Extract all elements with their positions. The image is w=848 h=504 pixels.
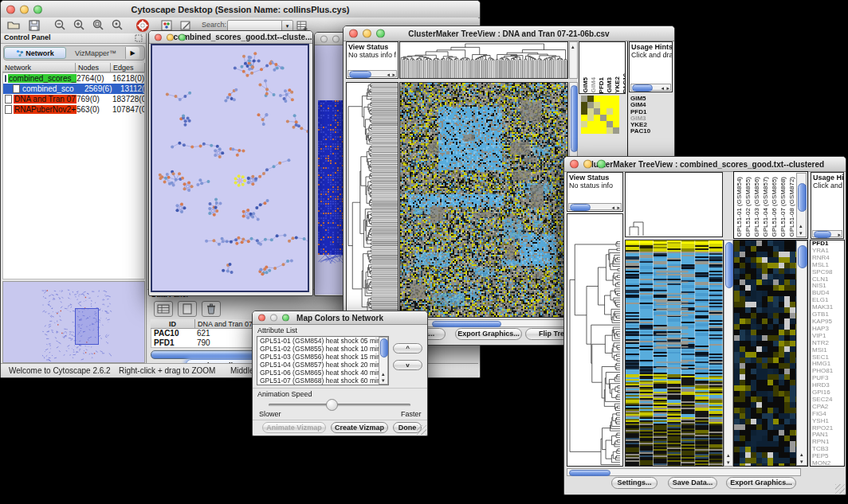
- create-vizmap-button[interactable]: Create Vizmap: [331, 422, 388, 433]
- network-tree-row[interactable]: DNA and Tran 07769(0)183728(0): [3, 94, 144, 104]
- network-canvas[interactable]: [152, 45, 308, 291]
- settings-button[interactable]: Settings...: [611, 477, 658, 489]
- attribute-list-vscrollbar[interactable]: ▴ ▾: [379, 337, 388, 385]
- scroll-down-arrow[interactable]: ▾: [727, 459, 730, 465]
- treeview2-row-dendrogram[interactable]: [567, 213, 623, 467]
- scroll-up-arrow[interactable]: ▴: [382, 371, 385, 377]
- close-button[interactable]: [155, 33, 162, 41]
- network-window-titlebar[interactable]: combined_scores_good.txt--cluste...: [149, 31, 312, 44]
- delete-attribute-icon[interactable]: [202, 301, 221, 317]
- animation-speed-slider-track[interactable]: [269, 404, 410, 406]
- usage-hints-hscrollbar[interactable]: ◂ ▸: [630, 84, 671, 91]
- treeview2-heatmap[interactable]: [625, 240, 724, 467]
- minimize-button[interactable]: [363, 29, 371, 38]
- heatmap-column-label[interactable]: GIM5: [582, 77, 589, 93]
- move-up-button[interactable]: ^: [393, 343, 422, 354]
- attribute-listbox[interactable]: GPL51-01 (GSM854) heat shock 05 minGPL51…: [257, 336, 389, 385]
- data-col-id[interactable]: ID: [151, 319, 195, 329]
- tab-vizmapper[interactable]: VizMapper™: [66, 49, 125, 57]
- zoom-in-icon[interactable]: [73, 19, 86, 32]
- heatmap-column-label[interactable]: PAC10: [622, 73, 626, 93]
- col-nodes[interactable]: Nodes: [76, 63, 111, 72]
- window-controls[interactable]: [6, 5, 42, 14]
- animate-vizmap-button[interactable]: Animate Vizmap: [262, 422, 326, 433]
- scroll-down-arrow[interactable]: ▾: [382, 377, 385, 383]
- float-panel-icon[interactable]: [135, 34, 143, 44]
- scroll-down-arrow[interactable]: ▾: [800, 459, 803, 464]
- treeview2-vscrollbar[interactable]: ▴ ▾: [724, 240, 733, 467]
- dialog-titlebar[interactable]: Map Colors to Network: [253, 311, 427, 325]
- network-tree-row[interactable]: combined_sco2569(6)13112(15): [3, 84, 144, 94]
- scroll-up-arrow[interactable]: ▴: [799, 223, 803, 229]
- scroll-left-arrow[interactable]: ◂: [611, 205, 614, 210]
- treeview1-column-labels[interactable]: GIM5GIM4PFD1GIM3YKE2PAC10: [579, 41, 626, 94]
- scroll-thumb[interactable]: [798, 183, 807, 212]
- treeview1-zoom-matrix[interactable]: [581, 96, 619, 134]
- zoom-selected-icon[interactable]: [111, 19, 124, 32]
- network-tree-row[interactable]: RNAPuberNov2+563(0)107847(0): [3, 104, 144, 115]
- treeview1-column-dendrogram[interactable]: [399, 41, 568, 79]
- zoom-button[interactable]: [33, 5, 42, 14]
- scroll-thumb[interactable]: [569, 470, 610, 476]
- attribute-list-item[interactable]: GPL51-02 (GSM855) heat shock 10 min: [257, 345, 379, 353]
- view-status-hscrollbar[interactable]: ◂ ▸: [347, 70, 397, 77]
- scroll-thumb[interactable]: [570, 204, 591, 211]
- zoom-vscrollbar[interactable]: ▴ ▾: [796, 240, 807, 466]
- zoom-button[interactable]: [179, 33, 186, 41]
- birdseye-overview-panel[interactable]: [2, 281, 145, 363]
- save-data-button[interactable]: Save Data...: [668, 477, 717, 489]
- scroll-thumb[interactable]: [571, 85, 578, 152]
- gene-label[interactable]: PAC10: [630, 128, 672, 135]
- attribute-list-item[interactable]: GPL51-06 (GSM865) heat shock 40 min: [257, 369, 379, 377]
- heatmap-column-label[interactable]: GPL51-02 (GSM855): [744, 177, 752, 237]
- help-lifering-icon[interactable]: [136, 19, 150, 32]
- treeview2-column-tree-area[interactable]: [625, 172, 723, 237]
- heatmap-column-label[interactable]: GPL51-08 (GSM872): [788, 177, 796, 237]
- scroll-right-arrow[interactable]: ▸: [392, 72, 395, 77]
- open-file-icon[interactable]: [7, 19, 21, 32]
- overview-viewport-rect[interactable]: [75, 308, 99, 345]
- export-graphics-button[interactable]: Export Graphics...: [726, 477, 796, 489]
- scroll-thumb[interactable]: [432, 321, 501, 327]
- treeview1-top-scroll-strip[interactable]: ▴: [569, 41, 578, 79]
- scroll-right-arrow[interactable]: ▸: [617, 205, 620, 210]
- col-edges[interactable]: Edges: [111, 63, 145, 72]
- scroll-right-arrow[interactable]: ▸: [666, 85, 669, 91]
- view-status-hscrollbar[interactable]: ◂ ▸: [568, 203, 622, 210]
- minimize-button[interactable]: [583, 160, 592, 169]
- attribute-select-icon[interactable]: [154, 301, 173, 317]
- attribute-list-item[interactable]: GPL51-03 (GSM856) heat shock 15 min: [257, 353, 379, 361]
- attribute-list-item[interactable]: GPL51-07 (GSM868) heat shock 60 min: [257, 377, 379, 385]
- heatmap-column-label[interactable]: GPL51-07 (GSM868): [779, 177, 787, 237]
- birdseye-canvas[interactable]: [3, 282, 144, 362]
- treeview2-column-labels[interactable]: GPL51-01 (GSM854)GPL51-02 (GSM855)GPL51-…: [736, 173, 796, 237]
- treeview1-heatmap[interactable]: [399, 82, 568, 318]
- minimize-button[interactable]: [20, 5, 29, 14]
- zoom-button[interactable]: [376, 29, 385, 38]
- treeview2-hscrollbar[interactable]: [567, 468, 801, 476]
- heatmap-column-label[interactable]: GPL51-03 (GSM856): [753, 177, 761, 237]
- heatmap-column-label[interactable]: GPL51-06 (GSM865): [771, 177, 779, 237]
- scroll-down-arrow[interactable]: ▾: [799, 230, 803, 236]
- heatmap-column-label[interactable]: GIM4: [590, 77, 597, 93]
- heatmap-column-label[interactable]: GIM3: [606, 77, 613, 93]
- treeview1-row-dendrogram[interactable]: [346, 82, 398, 318]
- treeview2-zoom-heatmap[interactable]: [734, 240, 796, 466]
- column-labels-vscrollbar[interactable]: ▴ ▾: [796, 173, 807, 237]
- tab-network[interactable]: Network: [4, 47, 66, 59]
- treeview2-titlebar[interactable]: ClusterMaker TreeView : combined_scores_…: [564, 157, 846, 172]
- scroll-thumb[interactable]: [349, 71, 371, 78]
- zoom-out-icon[interactable]: [53, 19, 67, 32]
- scroll-thumb[interactable]: [814, 231, 831, 238]
- treeview1-titlebar[interactable]: ClusterMaker TreeView : DNA and Tran 07-…: [344, 26, 674, 41]
- tab-overflow-arrow[interactable]: ▶: [125, 47, 139, 59]
- scroll-thumb[interactable]: [632, 84, 653, 92]
- attribute-list-item[interactable]: GPL51-04 (GSM857) heat shock 20 min: [257, 361, 379, 369]
- scroll-up-arrow[interactable]: ▴: [727, 452, 730, 458]
- move-down-button[interactable]: v: [393, 360, 422, 370]
- scroll-left-arrow[interactable]: ◂: [387, 72, 390, 77]
- close-button[interactable]: [320, 35, 328, 42]
- attribute-list-item[interactable]: GPL51-01 (GSM854) heat shock 05 min: [257, 337, 379, 345]
- heatmap-column-label[interactable]: GPL51-04 (GSM857): [762, 177, 770, 237]
- scroll-thumb[interactable]: [798, 245, 807, 268]
